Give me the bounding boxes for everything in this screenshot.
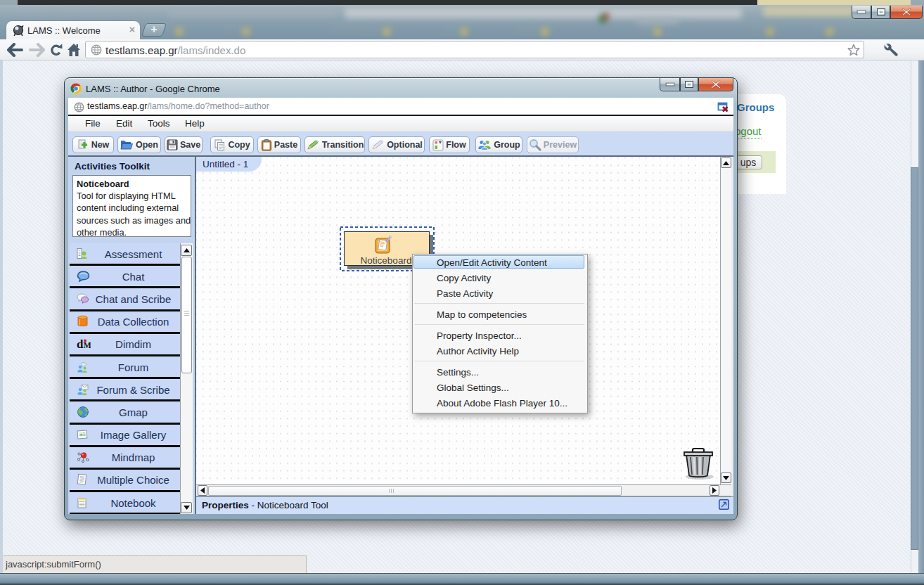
svg-text:d: d [77, 338, 84, 350]
